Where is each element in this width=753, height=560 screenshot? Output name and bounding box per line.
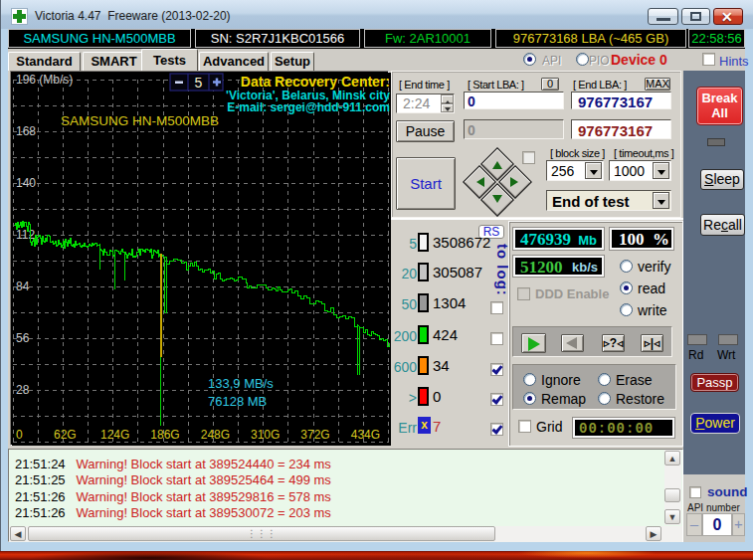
svg-text:0: 0	[16, 428, 23, 442]
svg-text:372G: 372G	[300, 428, 329, 442]
svg-text:62G: 62G	[54, 428, 77, 442]
svg-text:E-mail: sergei@hdd-911.com: E-mail: sergei@hdd-911.com	[227, 100, 390, 114]
svg-text:196 (Mb/s): 196 (Mb/s)	[16, 73, 73, 87]
svg-text:168: 168	[16, 124, 36, 138]
svg-text:28: 28	[16, 383, 30, 397]
svg-text:124G: 124G	[100, 428, 129, 442]
svg-text:76128 MB: 76128 MB	[208, 394, 267, 409]
svg-text:5: 5	[195, 75, 203, 91]
svg-text:Data Recovery Center:: Data Recovery Center:	[241, 74, 390, 90]
svg-text:186G: 186G	[150, 428, 179, 442]
svg-text:SAMSUNG HN-M500MBB: SAMSUNG HN-M500MBB	[61, 113, 219, 128]
svg-text:248G: 248G	[201, 428, 230, 442]
svg-text:84: 84	[16, 280, 30, 293]
svg-text:140: 140	[16, 176, 36, 190]
svg-text:56: 56	[16, 331, 30, 345]
svg-text:133,9 MB/s: 133,9 MB/s	[208, 376, 274, 391]
svg-text:310G: 310G	[251, 428, 280, 442]
